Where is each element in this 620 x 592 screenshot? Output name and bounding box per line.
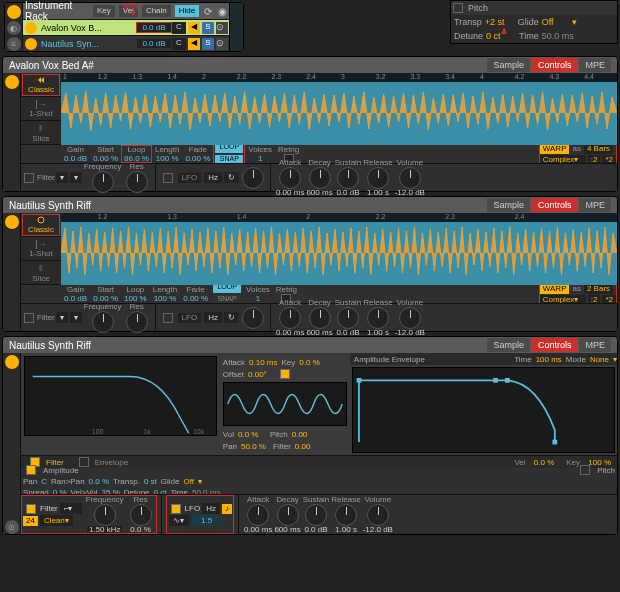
lfo-rate-knob[interactable] [242,307,264,329]
lfo-toggle[interactable] [163,173,173,183]
sustain-knob[interactable] [337,307,359,329]
lfo-offset-value[interactable]: 0.00° [248,370,276,379]
chain-volume[interactable]: 0.0 dB [137,23,171,32]
decay-knob[interactable] [309,167,331,189]
decay-knob[interactable] [277,504,299,526]
glide-value[interactable]: Off [542,17,572,27]
rand-icon[interactable]: ⟳ [203,6,213,17]
env-mode-value[interactable]: None [586,355,613,364]
filter-slope-button[interactable]: 24 [23,516,38,526]
playback-oneshot-tab[interactable]: |→ 1-Shot [21,97,61,121]
warp-button[interactable]: WARP [540,284,570,294]
chain-mute-icon[interactable]: ◀ [188,38,200,50]
fade-value[interactable]: 0.00 % [185,154,210,163]
filter-graph[interactable]: 100 1k 10k [24,356,217,436]
chain-zone-button[interactable]: Chain [142,5,171,17]
lfo-rate-mode[interactable]: Hz [204,312,222,323]
filter-type-dropdown[interactable]: ▾ [56,172,68,183]
lfo-waveform-graph[interactable] [223,382,347,426]
length-value[interactable]: 100 % [154,294,177,303]
tab-sample[interactable]: Sample [487,198,530,212]
decay-knob[interactable] [309,307,331,329]
attack-knob[interactable] [279,307,301,329]
envelope-graph[interactable] [352,367,615,453]
lfo-key-value[interactable]: 0.0 % [299,358,327,367]
chain-mute-icon[interactable]: ◀ [188,22,200,34]
res-value[interactable]: 0.0 % [130,526,150,534]
tab-mpe[interactable]: MPE [579,198,611,212]
voices-value[interactable]: 1 [258,154,262,163]
lfo-retrig-toggle[interactable] [280,369,290,379]
playback-oneshot-tab[interactable]: |→ 1-Shot [21,237,61,261]
chain-hotswap-icon[interactable]: ⊙ [216,22,228,34]
hotswap-icon[interactable]: ⊙ [5,520,19,534]
key-zone-button[interactable]: Key [93,5,115,17]
waveform-display[interactable]: 11.21.31.4 22.22.32.4 33.23.33.4 44.24.3… [61,73,617,145]
lfo-retrig-toggle[interactable]: ↻ [224,312,239,323]
warp-bars[interactable]: 2 Bars [584,284,613,294]
volume-knob[interactable] [399,307,421,329]
release-knob[interactable] [367,167,389,189]
warp-bars[interactable]: 4 Bars [584,144,613,154]
release-knob[interactable] [367,307,389,329]
filter-slope-dropdown[interactable]: ▾ [70,312,82,323]
tab-mpe[interactable]: MPE [579,338,611,352]
sustain-knob[interactable] [305,504,327,526]
chain-volume[interactable]: 0.0 dB [137,39,171,48]
lfo-pitch-value[interactable]: 0.00 [292,430,320,439]
amp-ranpan-value[interactable]: 0.0 % [89,477,109,486]
tab-controls[interactable]: Controls [532,198,578,212]
glide-dropdown-icon[interactable]: ▾ [198,477,202,486]
playback-classic-tab[interactable]: Classic [21,73,61,97]
chain-activator-icon[interactable] [25,22,37,34]
sustain-knob[interactable] [337,167,359,189]
lfo-filter-value[interactable]: 0.00 [295,442,323,451]
waveform-display[interactable]: 1.21.3 1.42 2.22.3 2.4 [61,213,617,285]
lfo-retrig-toggle[interactable]: ↻ [224,172,239,183]
chain-list-icon[interactable]: ≡ [7,37,21,51]
tab-mpe[interactable]: MPE [579,58,611,72]
lfo-rate-mode[interactable]: Hz [204,172,222,183]
lfo-rate-hz[interactable]: Hz [202,503,220,514]
hide-button[interactable]: Hide [175,5,199,17]
res-knob[interactable] [126,171,148,193]
filter-toggle[interactable] [26,504,36,514]
filter-circuit-dropdown[interactable]: Clean▾ [40,515,73,526]
pitch-enable-toggle[interactable] [453,3,463,13]
env-time-value[interactable]: 100 ms [532,355,566,364]
filter-type-dropdown[interactable]: ▾ [56,312,68,323]
lfo-shape-dropdown[interactable]: ∿▾ [169,515,189,526]
freq-knob[interactable] [92,171,114,193]
chain-row-nautilus[interactable]: Nautilus Syn... 0.0 dB C ◀ S ⊙ [23,35,229,51]
attack-knob[interactable] [247,504,269,526]
lfo-vol-value[interactable]: 0.0 % [238,430,266,439]
res-knob[interactable] [130,504,152,526]
fade-value[interactable]: 0.00 % [183,294,208,303]
lfo-rate-value[interactable]: 1.5 [192,515,222,526]
freq-value[interactable]: 1.50 kHz [87,526,123,534]
chain-pan[interactable]: C [172,38,186,50]
warp-button[interactable]: WARP [540,144,570,154]
chain-solo-button[interactable]: S [202,38,214,50]
macro-icon[interactable]: ◐ [7,21,21,35]
amp-pan-value[interactable]: C [41,477,47,486]
lfo-pan-value[interactable]: 50.0 % [241,442,269,451]
device-activator-icon[interactable] [5,75,19,89]
attack-knob[interactable] [279,167,301,189]
filter-toggle[interactable] [24,173,34,183]
chain-solo-button[interactable]: S [202,22,214,34]
chain-name[interactable]: Avalon Vox B... [39,23,137,33]
transp-value[interactable]: +2 st [485,17,515,27]
device-activator-icon[interactable] [5,215,19,229]
filter-slope-dropdown[interactable]: ▾ [70,172,82,183]
pitch-section-toggle[interactable] [580,465,590,475]
env-mode-dropdown-icon[interactable]: ▾ [613,355,617,364]
lfo-rate-knob[interactable] [242,167,264,189]
playback-classic-tab[interactable]: Classic [21,213,61,237]
release-knob[interactable] [335,504,357,526]
chain-activator-icon[interactable] [25,38,37,50]
tab-controls[interactable]: Controls [532,338,578,352]
length-value[interactable]: 100 % [156,154,179,163]
device-activator-icon[interactable] [5,355,19,369]
glide-dropdown-icon[interactable]: ▾ [572,17,577,27]
